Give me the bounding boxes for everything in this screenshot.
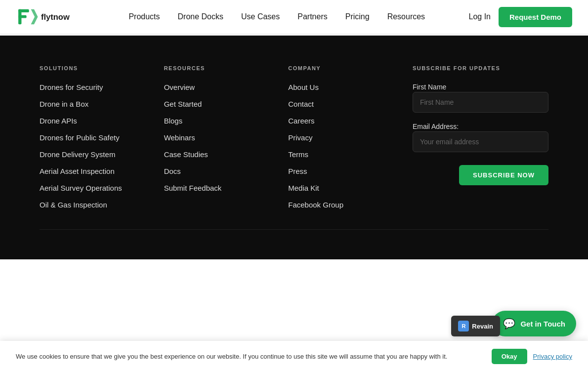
nav-item-products[interactable]: Products xyxy=(128,12,160,21)
list-item[interactable]: Contact xyxy=(288,100,393,109)
login-button[interactable]: Log In xyxy=(468,12,490,21)
list-item[interactable]: Oil & Gas Inspection xyxy=(40,201,144,209)
logo-container[interactable]: flytnow xyxy=(16,6,85,28)
subscribe-form: First Name Email Address: SUBSCRIBE NOW xyxy=(413,83,548,185)
list-item[interactable]: Blogs xyxy=(164,117,269,125)
nav-item-drone-docks[interactable]: Drone Docks xyxy=(178,12,223,21)
footer: SOLUTIONS Drones for Security Drone in a… xyxy=(0,36,588,259)
nav-item-resources[interactable]: Resources xyxy=(387,12,425,21)
footer-company-col: COMPANY About Us Contact Careers Privacy… xyxy=(288,65,393,209)
resources-links: Overview Get Started Blogs Webinars Case… xyxy=(164,83,269,193)
email-input[interactable] xyxy=(413,131,548,152)
resources-title: RESOURCES xyxy=(164,65,269,71)
svg-text:flytnow: flytnow xyxy=(41,12,70,22)
list-item[interactable]: Aerial Survey Operations xyxy=(40,184,144,193)
svg-rect-1 xyxy=(18,9,29,12)
nav-links: Products Drone Docks Use Cases Partners … xyxy=(128,12,425,21)
svg-rect-2 xyxy=(18,15,27,18)
first-name-group: First Name xyxy=(413,83,548,113)
list-item[interactable]: Careers xyxy=(288,117,393,125)
nav-item-pricing[interactable]: Pricing xyxy=(345,12,370,21)
nav-item-partners[interactable]: Partners xyxy=(297,12,327,21)
first-name-input[interactable] xyxy=(413,92,548,113)
nav-cta: Log In Request Demo xyxy=(468,7,572,27)
email-group: Email Address: xyxy=(413,123,548,152)
footer-bottom xyxy=(40,229,548,240)
list-item[interactable]: Terms xyxy=(288,150,393,159)
list-item[interactable]: About Us xyxy=(288,83,393,92)
footer-solutions-col: SOLUTIONS Drones for Security Drone in a… xyxy=(40,65,144,209)
list-item[interactable]: Webinars xyxy=(164,133,269,142)
solutions-title: SOLUTIONS xyxy=(40,65,144,71)
list-item[interactable]: Drone Delivery System xyxy=(40,150,144,159)
svg-marker-3 xyxy=(31,9,38,25)
navbar: flytnow Products Drone Docks Use Cases P… xyxy=(0,0,588,34)
subscribe-title: SUBSCRIBE FOR UPDATES xyxy=(413,65,548,71)
list-item[interactable]: Aerial Asset Inspection xyxy=(40,167,144,176)
list-item[interactable]: Drones for Security xyxy=(40,83,144,92)
footer-resources-col: RESOURCES Overview Get Started Blogs Web… xyxy=(164,65,269,209)
list-item[interactable]: Case Studies xyxy=(164,150,269,159)
list-item[interactable]: Media Kit xyxy=(288,184,393,193)
list-item[interactable]: Get Started xyxy=(164,100,269,109)
footer-subscribe-col: SUBSCRIBE FOR UPDATES First Name Email A… xyxy=(413,65,548,209)
list-item[interactable]: Submit Feedback xyxy=(164,184,269,193)
list-item[interactable]: Drone APIs xyxy=(40,117,144,125)
list-item[interactable]: Facebook Group xyxy=(288,201,393,209)
list-item[interactable]: Privacy xyxy=(288,133,393,142)
list-item[interactable]: Drone in a Box xyxy=(40,100,144,109)
list-item[interactable]: Docs xyxy=(164,167,269,176)
footer-grid: SOLUTIONS Drones for Security Drone in a… xyxy=(40,65,548,209)
demo-button[interactable]: Request Demo xyxy=(499,7,572,27)
first-name-label: First Name xyxy=(413,83,548,91)
list-item[interactable]: Drones for Public Safety xyxy=(40,133,144,142)
list-item[interactable]: Press xyxy=(288,167,393,176)
company-links: About Us Contact Careers Privacy Terms P… xyxy=(288,83,393,209)
subscribe-button[interactable]: SUBSCRIBE NOW xyxy=(459,165,548,185)
email-label: Email Address: xyxy=(413,123,548,130)
company-title: COMPANY xyxy=(288,65,393,71)
list-item[interactable]: Overview xyxy=(164,83,269,92)
solutions-links: Drones for Security Drone in a Box Drone… xyxy=(40,83,144,209)
nav-item-use-cases[interactable]: Use Cases xyxy=(241,12,280,21)
